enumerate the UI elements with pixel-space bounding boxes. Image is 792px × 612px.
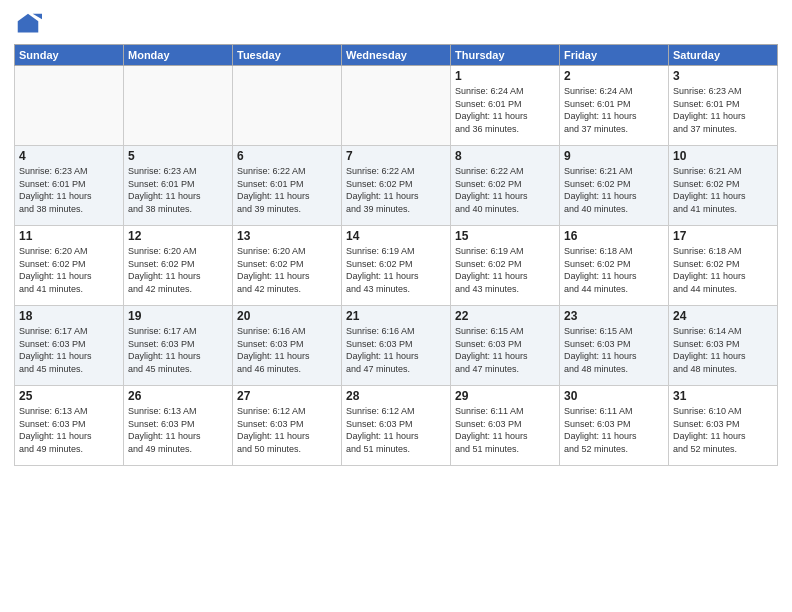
calendar-cell: 8Sunrise: 6:22 AM Sunset: 6:02 PM Daylig…	[451, 146, 560, 226]
weekday-header-friday: Friday	[560, 45, 669, 66]
weekday-header-sunday: Sunday	[15, 45, 124, 66]
calendar-cell: 7Sunrise: 6:22 AM Sunset: 6:02 PM Daylig…	[342, 146, 451, 226]
day-info: Sunrise: 6:22 AM Sunset: 6:02 PM Dayligh…	[455, 165, 555, 215]
calendar-cell: 26Sunrise: 6:13 AM Sunset: 6:03 PM Dayli…	[124, 386, 233, 466]
day-info: Sunrise: 6:12 AM Sunset: 6:03 PM Dayligh…	[237, 405, 337, 455]
calendar-cell: 11Sunrise: 6:20 AM Sunset: 6:02 PM Dayli…	[15, 226, 124, 306]
day-info: Sunrise: 6:13 AM Sunset: 6:03 PM Dayligh…	[19, 405, 119, 455]
page: SundayMondayTuesdayWednesdayThursdayFrid…	[0, 0, 792, 612]
calendar-cell	[15, 66, 124, 146]
calendar-cell: 1Sunrise: 6:24 AM Sunset: 6:01 PM Daylig…	[451, 66, 560, 146]
calendar-cell: 2Sunrise: 6:24 AM Sunset: 6:01 PM Daylig…	[560, 66, 669, 146]
calendar-cell: 17Sunrise: 6:18 AM Sunset: 6:02 PM Dayli…	[669, 226, 778, 306]
day-number: 31	[673, 389, 773, 403]
calendar-cell	[342, 66, 451, 146]
weekday-header-wednesday: Wednesday	[342, 45, 451, 66]
day-info: Sunrise: 6:17 AM Sunset: 6:03 PM Dayligh…	[128, 325, 228, 375]
calendar-cell: 9Sunrise: 6:21 AM Sunset: 6:02 PM Daylig…	[560, 146, 669, 226]
day-number: 10	[673, 149, 773, 163]
day-number: 15	[455, 229, 555, 243]
week-row-3: 11Sunrise: 6:20 AM Sunset: 6:02 PM Dayli…	[15, 226, 778, 306]
calendar-cell: 6Sunrise: 6:22 AM Sunset: 6:01 PM Daylig…	[233, 146, 342, 226]
calendar-cell: 18Sunrise: 6:17 AM Sunset: 6:03 PM Dayli…	[15, 306, 124, 386]
svg-marker-0	[18, 14, 39, 33]
day-number: 27	[237, 389, 337, 403]
day-number: 11	[19, 229, 119, 243]
week-row-5: 25Sunrise: 6:13 AM Sunset: 6:03 PM Dayli…	[15, 386, 778, 466]
calendar-cell: 29Sunrise: 6:11 AM Sunset: 6:03 PM Dayli…	[451, 386, 560, 466]
calendar-cell: 16Sunrise: 6:18 AM Sunset: 6:02 PM Dayli…	[560, 226, 669, 306]
day-info: Sunrise: 6:15 AM Sunset: 6:03 PM Dayligh…	[455, 325, 555, 375]
day-info: Sunrise: 6:23 AM Sunset: 6:01 PM Dayligh…	[128, 165, 228, 215]
day-number: 30	[564, 389, 664, 403]
calendar-cell: 31Sunrise: 6:10 AM Sunset: 6:03 PM Dayli…	[669, 386, 778, 466]
week-row-4: 18Sunrise: 6:17 AM Sunset: 6:03 PM Dayli…	[15, 306, 778, 386]
calendar-cell: 10Sunrise: 6:21 AM Sunset: 6:02 PM Dayli…	[669, 146, 778, 226]
day-number: 24	[673, 309, 773, 323]
calendar-cell: 14Sunrise: 6:19 AM Sunset: 6:02 PM Dayli…	[342, 226, 451, 306]
day-number: 20	[237, 309, 337, 323]
day-number: 12	[128, 229, 228, 243]
day-number: 1	[455, 69, 555, 83]
day-number: 25	[19, 389, 119, 403]
day-number: 18	[19, 309, 119, 323]
calendar-cell: 19Sunrise: 6:17 AM Sunset: 6:03 PM Dayli…	[124, 306, 233, 386]
day-number: 22	[455, 309, 555, 323]
calendar-cell	[233, 66, 342, 146]
day-info: Sunrise: 6:16 AM Sunset: 6:03 PM Dayligh…	[237, 325, 337, 375]
day-info: Sunrise: 6:22 AM Sunset: 6:02 PM Dayligh…	[346, 165, 446, 215]
day-info: Sunrise: 6:14 AM Sunset: 6:03 PM Dayligh…	[673, 325, 773, 375]
day-info: Sunrise: 6:19 AM Sunset: 6:02 PM Dayligh…	[346, 245, 446, 295]
week-row-2: 4Sunrise: 6:23 AM Sunset: 6:01 PM Daylig…	[15, 146, 778, 226]
calendar-cell: 4Sunrise: 6:23 AM Sunset: 6:01 PM Daylig…	[15, 146, 124, 226]
day-info: Sunrise: 6:12 AM Sunset: 6:03 PM Dayligh…	[346, 405, 446, 455]
calendar-cell: 23Sunrise: 6:15 AM Sunset: 6:03 PM Dayli…	[560, 306, 669, 386]
day-number: 28	[346, 389, 446, 403]
day-number: 5	[128, 149, 228, 163]
calendar-cell: 22Sunrise: 6:15 AM Sunset: 6:03 PM Dayli…	[451, 306, 560, 386]
day-number: 13	[237, 229, 337, 243]
weekday-header-thursday: Thursday	[451, 45, 560, 66]
logo-icon	[14, 10, 42, 38]
calendar-cell: 27Sunrise: 6:12 AM Sunset: 6:03 PM Dayli…	[233, 386, 342, 466]
calendar-cell: 28Sunrise: 6:12 AM Sunset: 6:03 PM Dayli…	[342, 386, 451, 466]
calendar-cell: 3Sunrise: 6:23 AM Sunset: 6:01 PM Daylig…	[669, 66, 778, 146]
day-number: 26	[128, 389, 228, 403]
day-info: Sunrise: 6:21 AM Sunset: 6:02 PM Dayligh…	[564, 165, 664, 215]
day-number: 23	[564, 309, 664, 323]
calendar-cell: 15Sunrise: 6:19 AM Sunset: 6:02 PM Dayli…	[451, 226, 560, 306]
day-info: Sunrise: 6:24 AM Sunset: 6:01 PM Dayligh…	[564, 85, 664, 135]
calendar-table: SundayMondayTuesdayWednesdayThursdayFrid…	[14, 44, 778, 466]
calendar-cell: 5Sunrise: 6:23 AM Sunset: 6:01 PM Daylig…	[124, 146, 233, 226]
day-number: 2	[564, 69, 664, 83]
day-info: Sunrise: 6:19 AM Sunset: 6:02 PM Dayligh…	[455, 245, 555, 295]
calendar-cell: 24Sunrise: 6:14 AM Sunset: 6:03 PM Dayli…	[669, 306, 778, 386]
day-info: Sunrise: 6:18 AM Sunset: 6:02 PM Dayligh…	[564, 245, 664, 295]
day-info: Sunrise: 6:20 AM Sunset: 6:02 PM Dayligh…	[237, 245, 337, 295]
day-info: Sunrise: 6:23 AM Sunset: 6:01 PM Dayligh…	[19, 165, 119, 215]
day-number: 4	[19, 149, 119, 163]
day-info: Sunrise: 6:20 AM Sunset: 6:02 PM Dayligh…	[19, 245, 119, 295]
logo	[14, 10, 46, 38]
day-info: Sunrise: 6:23 AM Sunset: 6:01 PM Dayligh…	[673, 85, 773, 135]
day-number: 21	[346, 309, 446, 323]
calendar-cell: 21Sunrise: 6:16 AM Sunset: 6:03 PM Dayli…	[342, 306, 451, 386]
day-info: Sunrise: 6:13 AM Sunset: 6:03 PM Dayligh…	[128, 405, 228, 455]
weekday-header-monday: Monday	[124, 45, 233, 66]
day-info: Sunrise: 6:18 AM Sunset: 6:02 PM Dayligh…	[673, 245, 773, 295]
day-info: Sunrise: 6:10 AM Sunset: 6:03 PM Dayligh…	[673, 405, 773, 455]
day-number: 14	[346, 229, 446, 243]
weekday-header-tuesday: Tuesday	[233, 45, 342, 66]
day-info: Sunrise: 6:15 AM Sunset: 6:03 PM Dayligh…	[564, 325, 664, 375]
day-number: 17	[673, 229, 773, 243]
day-number: 7	[346, 149, 446, 163]
day-info: Sunrise: 6:17 AM Sunset: 6:03 PM Dayligh…	[19, 325, 119, 375]
day-number: 19	[128, 309, 228, 323]
calendar-cell	[124, 66, 233, 146]
calendar-cell: 25Sunrise: 6:13 AM Sunset: 6:03 PM Dayli…	[15, 386, 124, 466]
day-info: Sunrise: 6:11 AM Sunset: 6:03 PM Dayligh…	[564, 405, 664, 455]
calendar-cell: 13Sunrise: 6:20 AM Sunset: 6:02 PM Dayli…	[233, 226, 342, 306]
day-info: Sunrise: 6:20 AM Sunset: 6:02 PM Dayligh…	[128, 245, 228, 295]
day-number: 29	[455, 389, 555, 403]
day-info: Sunrise: 6:11 AM Sunset: 6:03 PM Dayligh…	[455, 405, 555, 455]
